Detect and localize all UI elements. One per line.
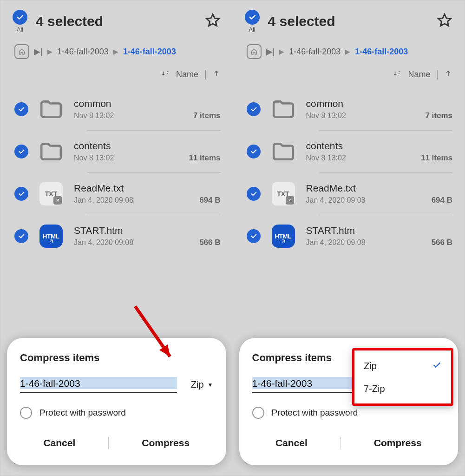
divider [341,437,341,449]
sort-bar: Name [0,66,233,88]
sort-label[interactable]: Name [176,70,198,79]
radio-icon [252,407,264,419]
file-date: Nov 8 13:02 [306,154,346,162]
file-list: common Nov 8 13:027 items contents Nov 8… [233,88,465,257]
divider [205,70,206,79]
list-item[interactable]: common Nov 8 13:02 7 items [0,88,233,130]
folder-icon [271,97,296,122]
breadcrumb-item[interactable]: 1-46-fall-2003 [57,47,109,57]
sort-direction-button[interactable] [444,69,452,80]
file-name: contents [74,140,221,152]
file-meta: 566 B [199,238,220,247]
archive-name-input[interactable] [20,376,177,393]
divider [108,437,109,449]
list-item[interactable]: TXT ReadMe.txt Jan 4, 2020 09:08694 B [233,173,465,215]
breadcrumb: ▶| ▶ 1-46-fall-2003 ▶ 1-46-fall-2003 [233,38,465,66]
file-date: Nov 8 13:02 [74,112,114,120]
list-item[interactable]: TXT ReadMe.txt Jan 4, 2020 09:08 694 B [0,173,233,215]
folder-icon [39,97,64,122]
header: All 4 selected [0,0,233,38]
sort-icon[interactable] [161,69,170,80]
favorite-button[interactable] [205,13,221,30]
folder-icon [39,139,64,164]
folder-icon [271,139,296,164]
list-item[interactable]: contents Nov 8 13:02 11 items [0,131,233,172]
check-icon [245,10,260,25]
check-icon [13,10,27,25]
check-icon[interactable] [14,145,28,159]
divider [437,70,438,79]
skip-icon: ▶| [266,46,275,57]
dropdown-option-7zip[interactable]: 7-Zip [354,378,451,400]
compress-modal: Compress items Zip ▼ Protect with passwo… [7,338,226,465]
file-meta: 566 B [432,238,452,247]
file-name: START.htm [306,225,453,236]
format-select[interactable]: Zip ▼ [191,379,213,393]
check-icon[interactable] [247,145,261,159]
all-label: All [249,26,255,33]
radio-icon [20,407,32,419]
select-all-button[interactable]: All [13,10,27,33]
link-badge-icon [286,196,294,205]
breadcrumb: ▶| ▶ 1-46-fall-2003 ▶ 1-46-fall-2003 [0,38,233,66]
panel-right: All 4 selected ▶| ▶ 1-46-fall-2003 ▶ 1-4… [233,0,465,476]
compress-button[interactable]: Compress [128,430,203,456]
file-meta: 694 B [432,196,452,205]
file-date: Jan 4, 2020 09:08 [306,238,366,247]
check-icon [432,360,442,372]
file-date: Nov 8 13:02 [306,112,346,120]
file-name: ReadMe.txt [306,183,453,194]
check-icon[interactable] [14,102,28,116]
sort-bar: Name [233,66,465,88]
password-label: Protect with password [39,408,126,418]
link-badge-icon [53,196,62,205]
file-name: common [74,98,221,109]
file-meta: 7 items [425,111,452,120]
chevron-right-icon: ▶ [279,48,284,55]
compress-button[interactable]: Compress [360,430,436,456]
list-item[interactable]: HTML START.htm Jan 4, 2020 09:08 566 B [0,215,233,257]
cancel-button[interactable]: Cancel [262,430,321,456]
password-toggle[interactable]: Protect with password [20,407,213,419]
password-label: Protect with password [272,408,358,418]
sort-icon[interactable] [393,69,401,80]
file-list: common Nov 8 13:02 7 items contents Nov … [0,88,233,257]
html-file-icon: HTML [39,224,64,249]
txt-file-icon: TXT [271,181,296,206]
list-item[interactable]: HTML START.htm Jan 4, 2020 09:08566 B [233,215,465,257]
check-icon[interactable] [14,229,28,243]
file-meta: 11 items [421,153,452,163]
list-item[interactable]: contents Nov 8 13:0211 items [233,131,465,172]
check-icon[interactable] [14,187,28,201]
check-icon[interactable] [247,229,261,243]
page-title: 4 selected [36,13,205,29]
page-title: 4 selected [268,13,437,29]
file-date: Jan 4, 2020 09:08 [74,196,133,205]
format-dropdown: Zip 7-Zip [352,348,453,406]
modal-title: Compress items [20,352,213,364]
link-badge-icon [280,238,287,246]
file-date: Jan 4, 2020 09:08 [306,196,366,205]
html-file-icon: HTML [271,224,296,249]
breadcrumb-current[interactable]: 1-46-fall-2003 [123,47,176,57]
select-all-button[interactable]: All [245,10,260,33]
password-toggle[interactable]: Protect with password [252,407,445,419]
dropdown-option-zip[interactable]: Zip [354,354,451,378]
file-meta: 11 items [189,153,220,163]
sort-direction-button[interactable] [212,69,221,80]
home-button[interactable] [247,44,262,59]
file-meta: 694 B [199,196,220,205]
sort-label[interactable]: Name [408,70,430,79]
breadcrumb-current[interactable]: 1-46-fall-2003 [355,47,408,57]
file-date: Jan 4, 2020 09:08 [74,238,133,247]
home-button[interactable] [14,44,29,59]
file-name: common [306,98,453,109]
check-icon[interactable] [247,102,261,116]
file-meta: 7 items [193,111,221,120]
list-item[interactable]: common Nov 8 13:027 items [233,88,465,130]
breadcrumb-item[interactable]: 1-46-fall-2003 [289,47,341,57]
cancel-button[interactable]: Cancel [29,430,89,456]
skip-icon: ▶| [34,46,43,57]
check-icon[interactable] [247,187,261,201]
favorite-button[interactable] [437,13,452,30]
